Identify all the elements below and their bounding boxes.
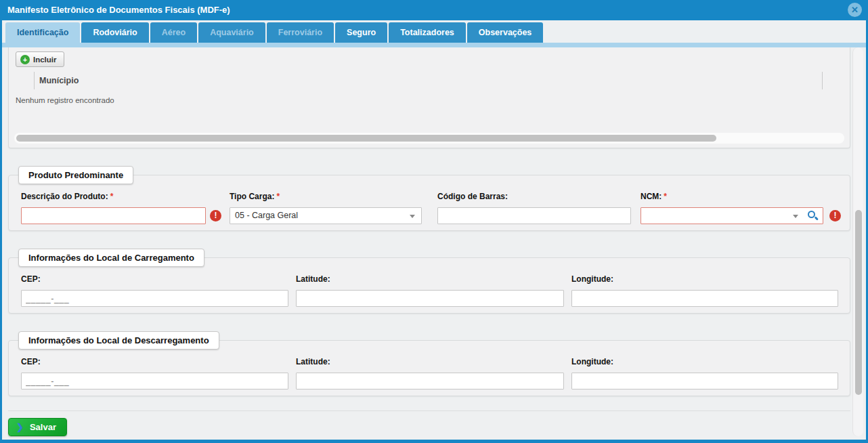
cep-carregamento-label: CEP:	[21, 274, 41, 284]
codigo-barras-label: Código de Barras:	[437, 192, 508, 201]
longitude-carregamento-label: Longitude:	[571, 274, 613, 284]
horizontal-scrollbar-thumb[interactable]	[16, 135, 716, 142]
latitude-carregamento-input[interactable]	[296, 290, 564, 307]
tab-bar: Identificação Rodoviário Aéreo Aquaviári…	[0, 20, 868, 43]
cep-descarregamento-input[interactable]	[21, 373, 288, 389]
descricao-produto-input[interactable]	[21, 207, 206, 224]
required-marker: *	[664, 192, 667, 201]
required-marker: *	[276, 192, 280, 201]
cep-descarregamento-label: CEP:	[21, 357, 41, 366]
close-icon[interactable]: ✕	[848, 3, 862, 17]
panel-legend: Informações do Local de Carregamento	[18, 249, 204, 267]
ncm-label: NCM:*	[641, 192, 667, 201]
vertical-scrollbar[interactable]	[852, 47, 863, 436]
tab-totalizadores[interactable]: Totalizadores	[389, 22, 466, 43]
municipios-grid-panel: + Incluir Munícipio Nenhum registro enco…	[8, 47, 850, 148]
longitude-carregamento-input[interactable]	[571, 290, 838, 307]
cep-carregamento-input[interactable]	[21, 290, 288, 307]
tab-seguro[interactable]: Seguro	[335, 22, 387, 43]
chevron-down-icon	[410, 215, 415, 218]
latitude-descarregamento-input[interactable]	[296, 373, 564, 389]
column-separator	[34, 72, 35, 89]
codigo-barras-input[interactable]	[437, 207, 631, 224]
tab-rodoviario[interactable]: Rodoviário	[81, 22, 148, 43]
panel-legend: Informações do Local de Descarregamento	[18, 331, 219, 350]
tab-aquaviario[interactable]: Aquaviário	[198, 22, 265, 43]
window-border	[0, 0, 2, 443]
chevron-right-icon: ❯	[16, 422, 24, 432]
tab-aereo[interactable]: Aéreo	[150, 22, 197, 43]
tipo-carga-value: 05 - Carga Geral	[235, 208, 298, 224]
error-icon: !	[829, 210, 841, 222]
salvar-button-label: Salvar	[30, 422, 56, 432]
produto-predominante-panel: Produto Predominante Descrição do Produt…	[8, 175, 850, 231]
vertical-scrollbar-thumb[interactable]	[855, 210, 862, 395]
horizontal-scrollbar[interactable]	[14, 133, 844, 144]
window-border	[0, 440, 868, 443]
tipo-carga-label: Tipo Carga:*	[230, 192, 280, 201]
tipo-carga-select[interactable]: 05 - Carga Geral	[230, 207, 422, 224]
incluir-button[interactable]: + Incluir	[16, 51, 64, 67]
tab-identificacao[interactable]: Identificação	[5, 22, 80, 43]
longitude-descarregamento-input[interactable]	[571, 373, 838, 389]
column-separator	[822, 72, 823, 89]
error-icon: !	[210, 210, 221, 222]
footer-divider	[8, 410, 850, 411]
latitude-descarregamento-label: Latitude:	[296, 357, 330, 366]
local-carregamento-panel: Informações do Local de Carregamento CEP…	[8, 257, 850, 314]
chevron-down-icon	[793, 215, 798, 218]
tab-active-strip	[0, 43, 868, 47]
window-title: Manifesto Eletrônico de Documentos Fisca…	[7, 5, 230, 15]
tab-ferroviario[interactable]: Ferroviário	[267, 22, 334, 43]
longitude-descarregamento-label: Longitude:	[571, 357, 613, 366]
ncm-combo[interactable]	[641, 207, 823, 224]
latitude-carregamento-label: Latitude:	[296, 274, 330, 284]
window-titlebar: Manifesto Eletrônico de Documentos Fisca…	[0, 0, 868, 20]
grid-header-row: Munícipio	[9, 70, 850, 91]
grid-empty-message: Nenhum registro encontrado	[16, 96, 114, 104]
panel-legend: Produto Predominante	[18, 166, 133, 184]
salvar-button[interactable]: ❯ Salvar	[8, 418, 67, 436]
required-marker: *	[110, 192, 114, 201]
plus-icon: +	[20, 55, 30, 64]
mdfe-window: Manifesto Eletrônico de Documentos Fisca…	[0, 0, 868, 443]
incluir-button-label: Incluir	[33, 56, 57, 64]
descricao-produto-label: Descrição do Produto:*	[21, 192, 113, 201]
search-icon[interactable]	[808, 211, 815, 218]
local-descarregamento-panel: Informações do Local de Descarregamento …	[8, 340, 850, 396]
column-header-municipio: Munícipio	[39, 70, 79, 91]
tab-observacoes[interactable]: Observações	[467, 22, 544, 43]
tab-list: Identificação Rodoviário Aéreo Aquaviári…	[5, 22, 543, 43]
